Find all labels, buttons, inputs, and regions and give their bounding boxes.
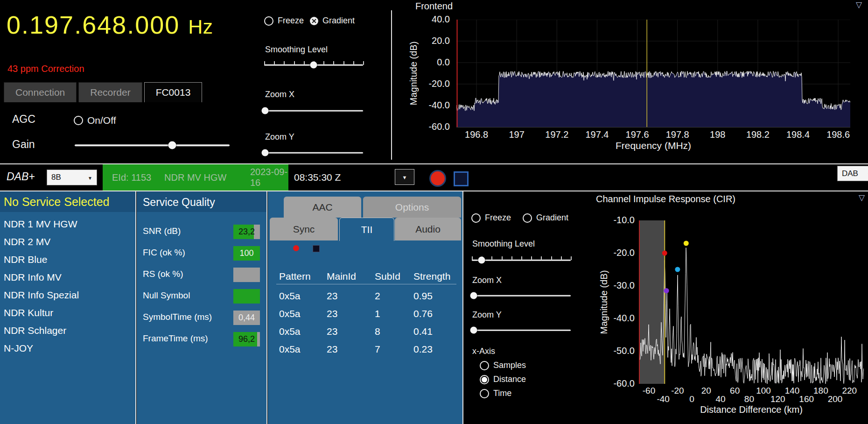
frequency-value: 0.197.648.000: [7, 10, 180, 39]
dab-window-combo[interactable]: DAB: [837, 166, 868, 181]
x-axis-option-time[interactable]: Time: [480, 389, 511, 398]
service-item[interactable]: NDR 1 MV HGW: [4, 219, 77, 230]
cir-gradient-label: Gradient: [536, 213, 568, 223]
cir-smoothing-label: Smoothing Level: [472, 239, 535, 249]
stop-button[interactable]: [454, 171, 469, 186]
cir-collapse-icon[interactable]: ▽: [859, 193, 865, 203]
quality-value-badge: 96,2: [233, 332, 260, 346]
service-item[interactable]: NDR Info MV: [4, 272, 62, 283]
tii-cell: 0.23: [413, 344, 433, 355]
tab-audio[interactable]: Audio: [395, 218, 461, 240]
service-item[interactable]: NDR Blue: [4, 254, 47, 265]
x-axis-radio-samples[interactable]: [480, 361, 489, 370]
spectrum-gradient-control[interactable]: Gradient: [310, 16, 355, 26]
axis-tick-label: -40.0: [599, 313, 635, 324]
axis-tick-label: 220: [836, 386, 862, 396]
tii-cell: 0.95: [413, 290, 433, 302]
slider-thumb[interactable]: [262, 107, 269, 114]
axis-tick-label: -60.0: [419, 121, 450, 132]
quality-row-label: Null Symbol: [143, 290, 190, 301]
cir-zoom-y-slider[interactable]: [472, 325, 571, 335]
service-item[interactable]: N-JOY: [4, 343, 33, 354]
slider-thumb[interactable]: [470, 292, 477, 299]
dab-dropdown-button[interactable]: [395, 169, 414, 185]
record-button[interactable]: [429, 170, 446, 187]
tuner-tab-fc0013[interactable]: FC0013: [144, 82, 203, 102]
tii-cell: 8: [375, 326, 380, 337]
gradient-checked-icon[interactable]: [310, 17, 318, 25]
service-item[interactable]: NDR Kultur: [4, 307, 53, 318]
tii-cell: 1: [375, 308, 380, 319]
slider-tick: [561, 256, 562, 260]
zoom-y-slider[interactable]: [264, 148, 363, 158]
cir-freeze-label: Freeze: [485, 213, 511, 223]
tuner-tab-connection[interactable]: Connection: [4, 82, 77, 102]
agc-toggle[interactable]: On/Off: [74, 115, 116, 126]
service-item[interactable]: NDR Schlager: [4, 325, 66, 336]
agc-radio[interactable]: [74, 116, 83, 125]
tii-square-indicator: [313, 245, 320, 252]
quality-row-label: RS (ok %): [143, 269, 183, 279]
cir-plot[interactable]: [639, 220, 864, 384]
slider-track[interactable]: [264, 110, 363, 112]
axis-tick-label: 198.2: [737, 129, 779, 140]
quality-value: 23,2: [233, 225, 260, 239]
tii-cell: 23: [327, 290, 337, 302]
dab-window-combo-value: DAB: [842, 169, 858, 178]
slider-thumb[interactable]: [310, 62, 317, 69]
spectrum-freeze-control[interactable]: Freeze: [264, 16, 304, 26]
axis-tick-label: -20.0: [419, 78, 450, 89]
slider-tick: [264, 61, 265, 65]
tab-sync[interactable]: Sync: [270, 218, 338, 240]
quality-value: 100: [233, 246, 260, 261]
cir-gradient-control[interactable]: Gradient: [523, 213, 568, 223]
slider-thumb[interactable]: [168, 141, 176, 149]
x-axis-option-samples[interactable]: Samples: [480, 360, 526, 370]
slider-tick: [284, 61, 285, 65]
gain-slider[interactable]: [75, 140, 230, 150]
zoom-x-slider[interactable]: [264, 106, 363, 116]
tab-tii[interactable]: TII: [339, 218, 394, 241]
cir-zoom-x-slider[interactable]: [472, 290, 571, 301]
x-axis-option-label: Samples: [493, 360, 526, 370]
cir-smoothing-slider[interactable]: [472, 255, 571, 265]
x-axis-radio-distance[interactable]: [480, 375, 489, 384]
tab-aac[interactable]: AAC: [284, 197, 361, 218]
tii-cell: 0.41: [413, 326, 433, 337]
cir-freeze-radio[interactable]: [471, 213, 481, 223]
slider-tick: [274, 61, 275, 65]
axis-tick-label: -60.0: [599, 378, 635, 389]
axis-tick-label: -10.0: [599, 215, 635, 226]
frontend-collapse-icon[interactable]: ▽: [856, 0, 862, 10]
axis-tick-label: 0.0: [419, 57, 450, 68]
tab-options[interactable]: Options: [363, 197, 461, 218]
service-item[interactable]: NDR Info Spezial: [4, 290, 79, 301]
cir-gradient-radio[interactable]: [523, 213, 532, 223]
smoothing-level-slider[interactable]: [264, 60, 363, 70]
slider-thumb[interactable]: [470, 327, 477, 334]
tii-cell: 23: [327, 344, 337, 355]
channel-combo[interactable]: 8B: [47, 170, 97, 185]
tii-red-indicator: [293, 245, 299, 251]
slider-thumb[interactable]: [262, 149, 269, 156]
slider-track[interactable]: [472, 330, 571, 331]
slider-track[interactable]: [75, 144, 230, 146]
x-axis-radio-time[interactable]: [480, 389, 489, 398]
axis-tick-label: -50.0: [599, 346, 635, 356]
quality-value-badge: [233, 289, 260, 304]
slider-track[interactable]: [264, 152, 363, 154]
slider-tick: [472, 256, 473, 260]
x-axis-option-distance[interactable]: Distance: [480, 375, 526, 384]
tuner-tab-recorder[interactable]: Recorder: [78, 82, 142, 102]
freeze-radio[interactable]: [264, 16, 273, 26]
slider-thumb[interactable]: [478, 257, 485, 264]
service-item[interactable]: NDR 2 MV: [4, 236, 50, 247]
frontend-spectrum-plot[interactable]: [456, 20, 850, 127]
slider-tick: [491, 256, 492, 260]
freeze-label: Freeze: [278, 16, 304, 26]
cir-freeze-control[interactable]: Freeze: [471, 213, 511, 223]
slider-track[interactable]: [472, 295, 571, 297]
quality-value-badge: 0,44: [233, 311, 260, 325]
tii-cell: 2: [375, 290, 380, 302]
axis-tick-label: 40.0: [419, 14, 450, 25]
